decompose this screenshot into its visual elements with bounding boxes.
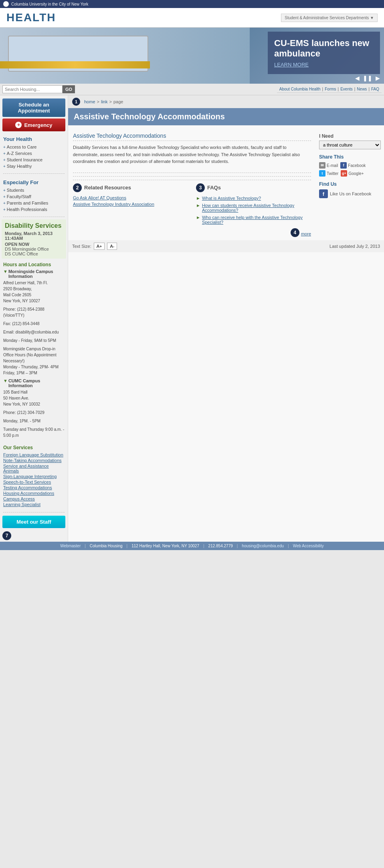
breadcrumb-link[interactable]: link <box>101 99 108 104</box>
dept-nav-dropdown[interactable]: Student & Administrative Services Depart… <box>281 14 378 22</box>
hours-section: Hours and Locations ▼ Morningside Campus… <box>0 259 68 442</box>
sidebar-item-az[interactable]: + A-Z Services <box>3 150 65 157</box>
service-sign-language[interactable]: Sign-Language Interpreting <box>3 474 65 479</box>
hours-title: Hours and Locations <box>3 262 65 267</box>
meet-staff-button[interactable]: Meet our Staff <box>2 516 65 528</box>
faq-item-0: ► What is Assistive Technology? <box>196 195 311 202</box>
resource-link-0[interactable]: Go Ask Alice! AT Questions <box>73 195 188 201</box>
hero-prev-btn[interactable]: ◀ <box>355 75 360 81</box>
service-campus-access[interactable]: Campus Access <box>3 496 65 502</box>
article-body: Disability Services has a full-time Assi… <box>73 144 311 165</box>
service-testing[interactable]: Testing Accommodations <box>3 485 65 490</box>
service-housing[interactable]: Housing Accommodations <box>3 490 65 496</box>
service-assistance-animals[interactable]: Service and Assistance Animals <box>3 463 65 474</box>
twitter-icon: t <box>319 170 325 177</box>
share-twitter-btn[interactable]: t Twitter <box>319 170 338 177</box>
circle-label-1: 1 <box>72 98 80 106</box>
related-section: 2 Related Resources Go Ask Alice! AT Que… <box>73 176 311 237</box>
schedule-appointment-button[interactable]: Schedule an Appointment <box>2 98 65 117</box>
faq-link-0[interactable]: What is Assistive Technology? <box>202 196 261 201</box>
find-us-facebook[interactable]: f Like Us on Facebook <box>319 189 381 198</box>
footer-webmaster[interactable]: Webmaster <box>60 544 81 548</box>
service-foreign-language[interactable]: Foreign Language Substitution <box>3 452 65 458</box>
sidebar-item-students[interactable]: + Students <box>3 187 65 193</box>
sidebar-item-faculty[interactable]: + Faculty/Staff <box>3 193 65 200</box>
faq-link-1[interactable]: How can students receive Assistive Techn… <box>202 203 311 213</box>
sidebar-item-health-prof[interactable]: + Health Professionals <box>3 206 65 213</box>
sidebar-item-stay-healthy[interactable]: + Stay Healthy <box>3 163 65 169</box>
sidebar-divider-1 <box>3 173 65 174</box>
service-learning-specialist[interactable]: Learning Specialist <box>3 502 65 507</box>
hero-text-box: CU-EMS launches new ambulance LEARN MORE <box>268 32 380 74</box>
footer-accessibility[interactable]: Web Accessibility <box>293 544 324 548</box>
find-us-widget: Find Us f Like Us on Facebook <box>319 181 381 198</box>
hero-learn-more[interactable]: LEARN MORE <box>274 62 374 68</box>
related-resources-col: 2 Related Resources Go Ask Alice! AT Que… <box>73 183 188 237</box>
breadcrumb: 1 home > link > page <box>68 95 384 108</box>
i-need-widget: I Need a throat culturea prescriptionmen… <box>319 133 381 149</box>
service-note-taking[interactable]: Note-Taking Accommodations <box>3 458 65 463</box>
i-need-select[interactable]: a throat culturea prescriptionmental hea… <box>319 141 381 149</box>
breadcrumb-home[interactable]: home <box>84 99 95 104</box>
hero-next-btn[interactable]: ▶ <box>376 75 380 81</box>
page-title: Assistive Technology Accommodations <box>68 108 384 125</box>
your-health-section: Your Health + Access to Care + A-Z Servi… <box>0 133 68 171</box>
google-icon: g+ <box>341 170 347 177</box>
breadcrumb-page: page <box>113 99 123 104</box>
hero-pause-btn[interactable]: ❚❚ <box>363 75 372 81</box>
article-section: Assistive Techology Accommodations Disab… <box>73 133 311 173</box>
text-size-bar: Text Size: A+ A- Last updated July 2, 20… <box>68 240 384 252</box>
footer-address: 112 Hartley Hall, New York, NY 10027 <box>131 544 199 548</box>
share-facebook-btn[interactable]: f Facebook <box>340 162 366 169</box>
hero-heading: CU-EMS launches new ambulance <box>274 38 374 59</box>
label-7-container: 7 <box>2 531 65 540</box>
header: HEALTH Student & Administrative Services… <box>0 8 384 28</box>
cumc-toggle[interactable]: ▼ CUMC Campus Information <box>3 378 65 388</box>
cumc-phone: Phone: (212) 304-7029 <box>3 410 65 416</box>
morningside-phone: Phone: (212) 854-2388 (Voice/TTY) <box>3 306 65 318</box>
more-link[interactable]: more <box>301 231 311 236</box>
cumc-hours1: Monday, 1PM. - 5PM <box>3 418 65 424</box>
disability-status: OPEN NOW <box>5 242 63 247</box>
sidebar-item-parents[interactable]: + Parents and Families <box>3 200 65 206</box>
text-larger-button[interactable]: A+ <box>94 243 105 250</box>
article-area: Assistive Techology Accommodations Disab… <box>68 129 316 240</box>
left-sidebar: Schedule an Appointment + Emergency Your… <box>0 95 68 542</box>
sidebar-item-access[interactable]: + Access to Care <box>3 144 65 150</box>
circle-label-3: 3 <box>196 183 205 192</box>
morningside-toggle-icon: ▼ <box>3 269 8 274</box>
share-email-btn[interactable]: ✉ E-mail <box>319 162 338 169</box>
morningside-hours1: Monday - Friday, 9AM to 5PM <box>3 338 65 344</box>
nav-news[interactable]: News <box>357 87 367 91</box>
main-wrapper: Schedule an Appointment + Emergency Your… <box>0 95 384 542</box>
cumc-hours2: Tuesday and Thursday 9:00 a.m. - 5:00 p.… <box>3 426 65 438</box>
share-row: ✉ E-mail f Facebook <box>319 162 381 169</box>
cumc-address: 105 Bard Hall 50 Haven Ave. New York, NY… <box>3 389 65 407</box>
emergency-button[interactable]: + Emergency <box>2 119 65 131</box>
nav-forms[interactable]: Forms <box>325 87 336 91</box>
search-button[interactable]: GO <box>63 85 75 93</box>
sidebar-divider-2 <box>3 217 65 217</box>
university-name: Columbia University in the City of New Y… <box>11 2 88 6</box>
share-google-btn[interactable]: g+ Google+ <box>341 170 364 177</box>
cumc-title: CUMC Campus Information <box>8 378 65 388</box>
morningside-toggle[interactable]: ▼ Morningside Campus Information <box>3 269 65 279</box>
sidebar-item-insurance[interactable]: + Student Insurance <box>3 157 65 163</box>
text-smaller-button[interactable]: A- <box>107 243 117 250</box>
nav-events[interactable]: Events <box>340 87 353 91</box>
nav-faq[interactable]: FAQ <box>371 87 379 91</box>
faq-link-2[interactable]: Who can receive help with the Assistive … <box>202 215 311 225</box>
hero-controls: ◀ ❚❚ ▶ <box>355 75 380 81</box>
service-speech-to-text[interactable]: Speech-to-Text Services <box>3 479 65 485</box>
resource-link-1[interactable]: Assistive Technology Industry Associatio… <box>73 201 188 207</box>
footer-email[interactable]: housing@columbia.edu <box>242 544 284 548</box>
especially-for-section: Especially For + Students + Faculty/Staf… <box>0 176 68 214</box>
search-input[interactable] <box>2 85 63 93</box>
disability-services-title: Disability Services <box>5 222 63 229</box>
disability-date: Monday, March 3, 2013 <box>5 231 63 236</box>
nav-about[interactable]: About Columbia Health <box>279 87 321 91</box>
circle-label-2: 2 <box>73 183 82 192</box>
more-row: 4 more <box>196 228 311 237</box>
faq-arrow-1: ► <box>196 203 200 208</box>
morningside-address: Alfred Lerner Hall, 7th Fl. 2920 Broadwa… <box>3 280 65 304</box>
